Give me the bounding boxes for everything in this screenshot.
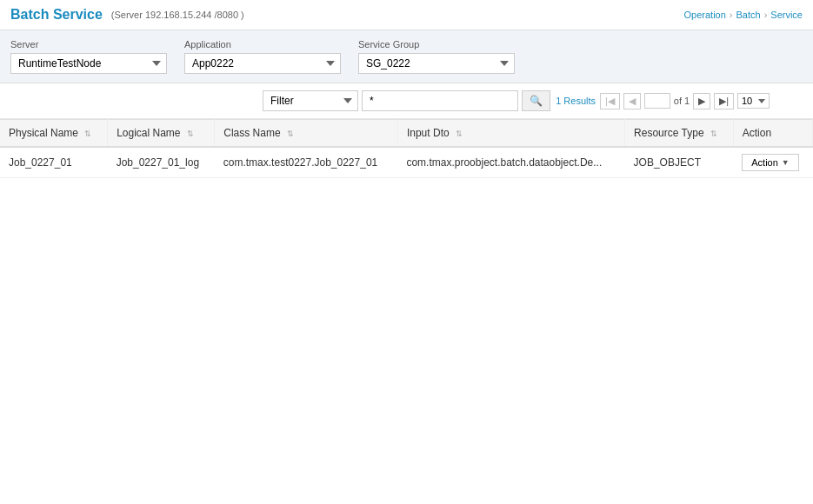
sort-icon-input-dto[interactable]: ⇅ [456, 129, 463, 138]
data-table: Physical Name ⇅ Logical Name ⇅ Class Nam… [0, 119, 813, 178]
action-button-label: Action [751, 157, 778, 168]
col-resource-type-label: Resource Type [634, 127, 704, 139]
breadcrumb-batch[interactable]: Batch [736, 10, 761, 20]
application-label: Application [184, 39, 341, 50]
sort-icon-class[interactable]: ⇅ [287, 129, 294, 138]
col-physical-name: Physical Name ⇅ [0, 120, 108, 148]
table-header-row: Physical Name ⇅ Logical Name ⇅ Class Nam… [0, 120, 813, 148]
breadcrumb-service: Service [770, 10, 803, 20]
action-dropdown-arrow: ▼ [782, 158, 790, 167]
cell-input-dto: com.tmax.proobject.batch.dataobject.De..… [397, 147, 624, 178]
col-action: Action [733, 120, 812, 148]
col-logical-name-label: Logical Name [117, 127, 180, 139]
last-page-button[interactable]: ▶| [714, 93, 734, 109]
service-group-filter-group: Service Group SG_0222 [358, 39, 515, 74]
top-header: Batch Service (Server 192.168.15.244 /80… [0, 0, 813, 30]
cell-logical-name: Job_0227_01_log [108, 147, 215, 178]
filter-dropdown[interactable]: Filter [263, 90, 358, 111]
breadcrumb: Operation › Batch › Service [684, 10, 803, 20]
col-input-dto-label: Input Dto [407, 127, 450, 139]
header-left: Batch Service (Server 192.168.15.244 /80… [10, 7, 244, 23]
cell-action: Action ▼ [733, 147, 812, 178]
sort-icon-resource-type[interactable]: ⇅ [710, 129, 717, 138]
filter-bar: Server RuntimeTestNode Application App02… [0, 30, 813, 83]
application-select[interactable]: App0222 [184, 53, 341, 74]
table-body: Job_0227_01 Job_0227_01_log com.tmax.tes… [0, 147, 813, 178]
cell-resource-type: JOB_OBJECT [625, 147, 734, 178]
page-size-select[interactable]: 10 [737, 93, 770, 109]
breadcrumb-sep-2: › [764, 10, 768, 20]
col-class-name: Class Name ⇅ [215, 120, 398, 148]
prev-page-button[interactable]: ◀ [623, 93, 641, 109]
cell-class-name: com.tmax.test0227.Job_0227_01 [215, 147, 398, 178]
service-group-select[interactable]: SG_0222 [358, 53, 515, 74]
server-info: (Server 192.168.15.244 /8080 ) [111, 10, 244, 20]
results-count: 1 Results [556, 96, 596, 106]
filter-select-wrap: Filter 🔍 [263, 90, 550, 111]
of-pages: of 1 [674, 96, 690, 106]
server-filter-group: Server RuntimeTestNode [10, 39, 167, 74]
breadcrumb-operation[interactable]: Operation [684, 10, 726, 20]
application-filter-group: Application App0222 [184, 39, 341, 74]
results-info: 1 Results [556, 96, 596, 106]
action-button[interactable]: Action ▼ [742, 154, 799, 171]
col-input-dto: Input Dto ⇅ [397, 120, 624, 148]
table-controls: Filter 🔍 1 Results |◀ ◀ 1 of 1 ▶ ▶| 10 [0, 83, 813, 119]
col-class-name-label: Class Name [223, 127, 280, 139]
col-resource-type: Resource Type ⇅ [625, 120, 734, 148]
search-input[interactable] [362, 90, 518, 111]
service-group-label: Service Group [358, 39, 515, 50]
next-page-button[interactable]: ▶ [693, 93, 710, 109]
server-select[interactable]: RuntimeTestNode [10, 53, 167, 74]
cell-physical-name: Job_0227_01 [0, 147, 108, 178]
sort-icon-logical[interactable]: ⇅ [187, 129, 194, 138]
first-page-button[interactable]: |◀ [600, 93, 620, 109]
search-button[interactable]: 🔍 [522, 90, 550, 111]
app-title: Batch Service [10, 7, 103, 23]
col-logical-name: Logical Name ⇅ [108, 120, 215, 148]
table-header: Physical Name ⇅ Logical Name ⇅ Class Nam… [0, 120, 813, 148]
pagination: |◀ ◀ 1 of 1 ▶ ▶| 10 [600, 93, 770, 109]
breadcrumb-sep-1: › [730, 10, 733, 20]
sort-icon-physical[interactable]: ⇅ [84, 129, 91, 138]
col-action-label: Action [743, 127, 771, 139]
server-label: Server [10, 39, 167, 50]
page-input[interactable]: 1 [644, 93, 670, 109]
col-physical-name-label: Physical Name [9, 127, 78, 139]
table-row: Job_0227_01 Job_0227_01_log com.tmax.tes… [0, 147, 813, 178]
